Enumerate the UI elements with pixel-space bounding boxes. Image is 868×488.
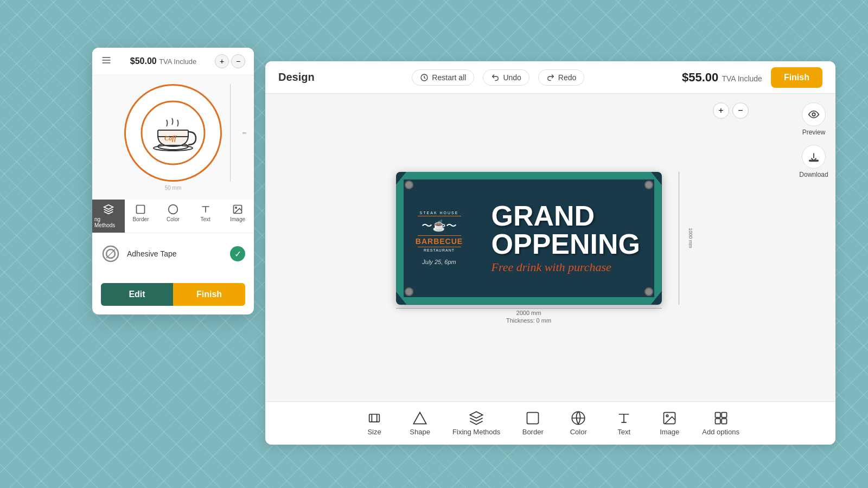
- panel-zoom-controls: + −: [215, 54, 245, 68]
- svg-rect-3: [369, 414, 380, 422]
- panel-option-list: Adhesive Tape ✓: [92, 233, 254, 274]
- panel-zoom-out-button[interactable]: −: [231, 54, 245, 68]
- panel-toolbar-item-border[interactable]: Border: [125, 200, 157, 233]
- floating-panel: $50.00 TVA Include + −: [92, 48, 254, 314]
- svg-rect-9: [722, 413, 726, 418]
- preview-label: Preview: [802, 129, 826, 136]
- banner-sign: STEAK HOUSE 〜☕〜 BARBECUE RESTAURANT July…: [396, 172, 662, 305]
- finish-button-header[interactable]: Finish: [771, 67, 822, 88]
- canvas-main: + − STEAK HOUSE: [265, 94, 792, 401]
- adhesive-icon-svg: [102, 245, 119, 262]
- eyelet-top-right: [644, 181, 653, 189]
- dimension-line-vertical: 1000 mm: [679, 172, 679, 305]
- panel-preview: Coff || 50 mm: [92, 75, 254, 200]
- dimension-label-vertical: 1000 mm: [688, 228, 693, 248]
- svg-text:Coff: Coff: [164, 134, 177, 142]
- panel-bottom-buttons: Edit Finish: [92, 274, 254, 314]
- download-icon-container: [802, 145, 826, 169]
- svg-rect-11: [722, 419, 726, 423]
- right-sidebar: Preview Download: [792, 94, 835, 401]
- panel-toolbar-item-text[interactable]: Text: [189, 200, 222, 233]
- eyelet-top-left: [405, 181, 413, 189]
- bbq-logo-divider3: [418, 247, 461, 247]
- svg-rect-5: [527, 413, 539, 424]
- download-label: Download: [799, 171, 828, 178]
- panel-finish-button[interactable]: Finish: [173, 283, 245, 306]
- toolbar-item-fixing-methods[interactable]: Fixing Methods: [444, 406, 509, 440]
- panel-ruler-label: ||: [242, 132, 247, 134]
- preview-action[interactable]: Preview: [802, 102, 826, 136]
- svg-point-1: [812, 113, 815, 116]
- zoom-in-button[interactable]: +: [713, 102, 729, 119]
- dimension-label-horizontal: 2000 mm: [516, 310, 541, 316]
- coffee-cup-svg: Coff: [141, 100, 206, 165]
- toolbar-item-add-options[interactable]: Add options: [693, 406, 748, 440]
- panel-zoom-in-button[interactable]: +: [215, 54, 229, 68]
- banner-right: GRAND OPPENING Free drink with purchase: [483, 172, 662, 305]
- toolbar-item-color[interactable]: Color: [557, 406, 600, 440]
- editor-price-display: $55.00 TVA Include: [682, 70, 762, 85]
- panel-ruler-vertical: ||: [230, 84, 231, 182]
- canvas-zoom-controls: + −: [713, 102, 749, 119]
- toolbar-item-size[interactable]: Size: [353, 406, 396, 440]
- panel-option-name: Adhesive Tape: [127, 249, 177, 258]
- editor-title: Design: [278, 71, 315, 84]
- panel-edit-button[interactable]: Edit: [101, 283, 173, 306]
- zoom-out-button[interactable]: −: [732, 102, 749, 119]
- bbq-logo-divider2: [418, 235, 461, 236]
- toolbar-item-shape[interactable]: Shape: [398, 406, 442, 440]
- bbq-logo-divider: [418, 216, 461, 216]
- eyelet-bottom-left: [405, 287, 413, 296]
- editor-header-center: Restart all Undo Redo: [412, 69, 584, 86]
- svg-rect-20: [137, 206, 145, 214]
- bbq-logo: STEAK HOUSE 〜☕〜 BARBECUE RESTAURANT: [416, 211, 463, 252]
- toolbar-item-image[interactable]: Image: [648, 406, 691, 440]
- editor-header-right: $55.00 TVA Include Finish: [682, 67, 822, 88]
- adhesive-tape-icon: [101, 244, 120, 264]
- restart-all-button[interactable]: Restart all: [412, 69, 474, 86]
- panel-dimension-label: 50 mm: [165, 185, 182, 191]
- banner-sub-text: Free drink with purchase: [492, 260, 653, 274]
- floating-panel-header: $50.00 TVA Include + −: [92, 48, 254, 75]
- toolbar-item-border[interactable]: Border: [511, 406, 554, 440]
- panel-toolbar-item-color[interactable]: Color: [157, 200, 189, 233]
- panel-option-left: Adhesive Tape: [101, 244, 177, 264]
- panel-preview-image: Coff: [124, 84, 222, 182]
- svg-point-22: [235, 207, 237, 209]
- banner-date: July 25, 6pm: [422, 259, 456, 265]
- banner-dimensions: 2000 mm Thickness: 0 mm: [396, 308, 662, 324]
- preview-icon-container: [802, 102, 826, 126]
- panel-option-item-adhesive[interactable]: Adhesive Tape ✓: [101, 240, 245, 268]
- eyelet-bottom-right: [644, 287, 653, 296]
- editor-canvas-area: + − STEAK HOUSE: [265, 94, 835, 401]
- download-action[interactable]: Download: [799, 145, 828, 178]
- svg-rect-8: [715, 413, 720, 418]
- svg-point-7: [666, 415, 668, 417]
- toolbar-item-text[interactable]: Text: [602, 406, 646, 440]
- banner-main-text-line1: GRAND OPPENING: [492, 202, 653, 258]
- panel-toolbar: ng Methods Border Color Text: [92, 200, 254, 233]
- editor-toolbar: Size Shape Fixing Methods Border: [265, 401, 835, 445]
- dimension-thickness: Thickness: 0 mm: [506, 317, 551, 324]
- editor-header: Design Restart all Undo: [265, 61, 835, 94]
- svg-rect-10: [715, 419, 720, 423]
- undo-button[interactable]: Undo: [483, 69, 529, 86]
- panel-price: $50.00 TVA Include: [130, 56, 197, 66]
- dimension-line-horizontal: [396, 308, 662, 309]
- panel-toolbar-item-fixing-methods[interactable]: ng Methods: [92, 200, 125, 233]
- banner-left: STEAK HOUSE 〜☕〜 BARBECUE RESTAURANT July…: [396, 172, 483, 305]
- editor-panel: Design Restart all Undo: [265, 61, 835, 445]
- svg-marker-4: [413, 413, 426, 424]
- redo-button[interactable]: Redo: [538, 69, 584, 86]
- svg-rect-2: [809, 160, 819, 161]
- option-check-circle: ✓: [230, 246, 245, 261]
- panel-toolbar-item-image[interactable]: Image: [221, 200, 254, 233]
- hamburger-icon[interactable]: [101, 55, 112, 68]
- banner-container: STEAK HOUSE 〜☕〜 BARBECUE RESTAURANT July…: [396, 172, 662, 324]
